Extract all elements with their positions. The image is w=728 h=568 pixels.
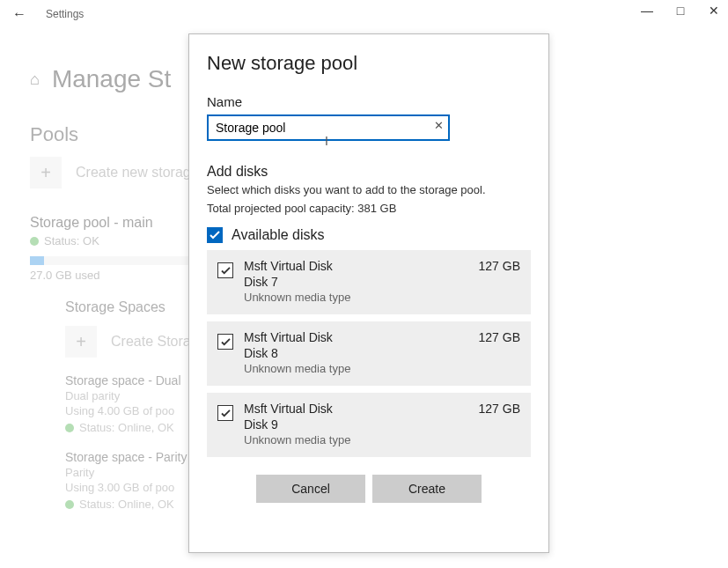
disk-size: 127 GB [479, 330, 520, 344]
disk-row[interactable]: Msft Virtual Disk Disk 7 Unknown media t… [207, 250, 531, 314]
minimize-button[interactable]: — [640, 4, 654, 18]
disk-media: Unknown media type [244, 291, 468, 304]
plus-icon: + [65, 326, 97, 358]
usage-bar [30, 256, 188, 265]
disk-id: Disk 8 [244, 346, 468, 360]
new-storage-pool-dialog: New storage pool Name ✕ I Add disks Sele… [188, 33, 549, 553]
home-icon[interactable]: ⌂ [30, 70, 40, 89]
status-ok-icon [65, 424, 74, 432]
add-disks-heading: Add disks [207, 164, 531, 180]
pool-status: Status: OK [44, 234, 99, 247]
available-disks-label: Available disks [232, 227, 325, 243]
page-title: Manage St [52, 65, 171, 93]
clear-input-icon[interactable]: ✕ [434, 119, 446, 132]
create-button[interactable]: Create [372, 475, 482, 503]
disk-id: Disk 7 [244, 275, 468, 289]
plus-icon: + [30, 157, 62, 188]
disk-size: 127 GB [479, 402, 520, 416]
space-status: Status: Online, OK [79, 498, 174, 511]
status-ok-icon [30, 237, 39, 246]
maximize-button[interactable]: □ [673, 4, 688, 18]
disk-size: 127 GB [479, 259, 520, 273]
disk-name: Msft Virtual Disk [244, 402, 468, 416]
back-button[interactable]: ← [5, 6, 33, 22]
create-pool-label: Create new storage [76, 165, 199, 181]
disk-checkbox[interactable] [217, 262, 233, 278]
available-disks-checkbox[interactable] [207, 227, 223, 243]
disk-name: Msft Virtual Disk [244, 330, 468, 344]
pool-name-input[interactable] [207, 114, 450, 141]
disk-row[interactable]: Msft Virtual Disk Disk 9 Unknown media t… [207, 393, 531, 457]
cancel-button[interactable]: Cancel [256, 475, 365, 503]
disk-checkbox[interactable] [217, 334, 233, 350]
app-title: Settings [46, 8, 84, 20]
disk-row[interactable]: Msft Virtual Disk Disk 8 Unknown media t… [207, 321, 531, 386]
disk-id: Disk 9 [244, 417, 468, 432]
total-capacity: Total projected pool capacity: 381 GB [207, 202, 531, 215]
status-ok-icon [65, 500, 74, 509]
dialog-title: New storage pool [207, 52, 531, 75]
create-space-label: Create Storag [111, 334, 199, 350]
disk-media: Unknown media type [244, 433, 468, 446]
add-disks-description: Select which disks you want to add to th… [207, 183, 531, 196]
disk-name: Msft Virtual Disk [244, 259, 468, 273]
name-label: Name [207, 94, 531, 109]
disk-checkbox[interactable] [217, 405, 233, 421]
close-button[interactable]: ✕ [707, 4, 721, 18]
disk-media: Unknown media type [244, 362, 468, 375]
space-status: Status: Online, OK [79, 421, 174, 434]
